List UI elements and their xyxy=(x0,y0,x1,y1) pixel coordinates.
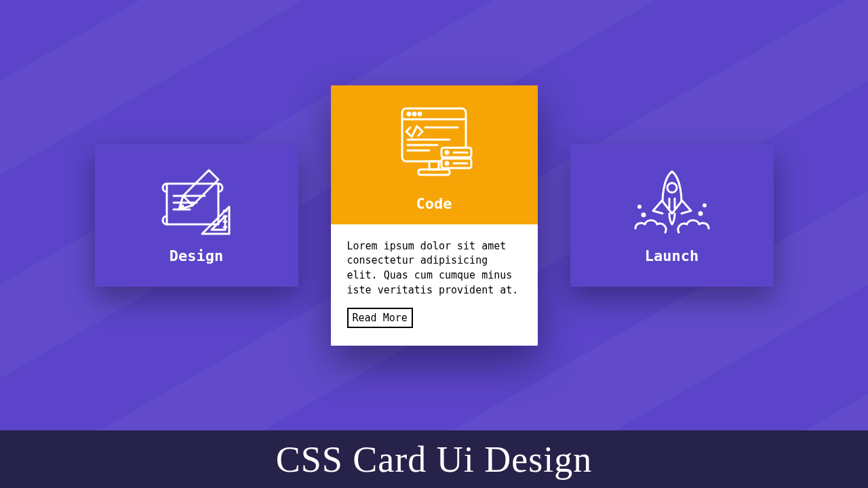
svg-point-11 xyxy=(408,113,410,115)
card-launch[interactable]: Launch xyxy=(570,144,774,287)
footer-title: CSS Card Ui Design xyxy=(0,430,868,488)
svg-point-4 xyxy=(180,205,183,208)
card-design[interactable]: Design xyxy=(95,144,298,287)
svg-point-32 xyxy=(638,206,640,208)
svg-point-33 xyxy=(703,205,705,207)
svg-point-27 xyxy=(667,183,677,192)
launch-icon xyxy=(631,166,713,241)
svg-point-12 xyxy=(413,113,416,115)
svg-point-31 xyxy=(699,212,702,215)
design-icon xyxy=(156,166,237,241)
card-description: Lorem ipsum dolor sit amet consectetur a… xyxy=(347,239,521,298)
card-code[interactable]: Code Lorem ipsum dolor sit amet consecte… xyxy=(331,85,538,346)
svg-point-24 xyxy=(446,162,448,165)
card-title: Launch xyxy=(645,247,698,264)
card-title: Design xyxy=(170,247,223,264)
svg-line-14 xyxy=(412,126,417,137)
svg-rect-19 xyxy=(429,161,439,169)
svg-point-23 xyxy=(446,151,448,154)
card-title: Code xyxy=(416,195,452,212)
svg-rect-20 xyxy=(418,169,450,175)
card-code-header: Code xyxy=(331,85,538,224)
svg-point-30 xyxy=(642,214,645,216)
svg-point-13 xyxy=(418,113,421,115)
card-row: Design xyxy=(0,0,868,430)
read-more-button[interactable]: Read More xyxy=(347,308,413,328)
card-code-body: Lorem ipsum dolor sit amet consectetur a… xyxy=(331,224,538,346)
code-icon xyxy=(390,100,478,188)
